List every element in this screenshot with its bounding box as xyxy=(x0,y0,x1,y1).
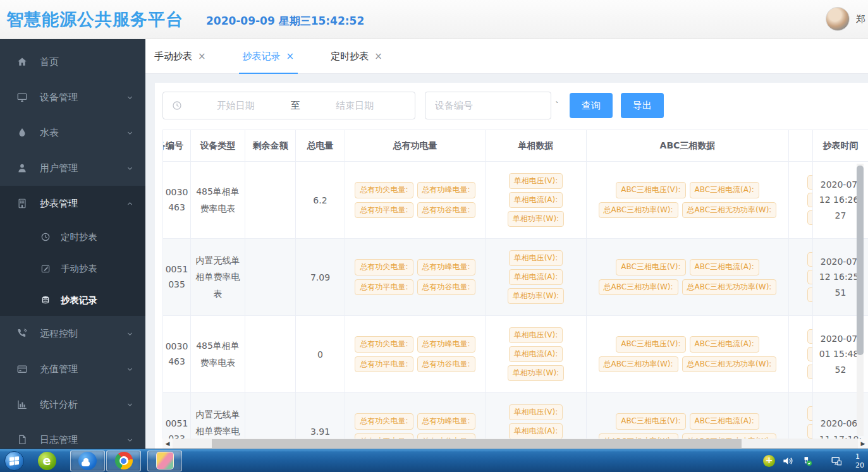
sidebar-item-scheduled-reading[interactable]: 定时抄表 xyxy=(0,221,145,253)
data-tag: 总ABC三相功率(W): xyxy=(599,202,678,218)
data-tag: ABC三相电流(A): xyxy=(690,413,759,429)
tab-close-icon[interactable]: × xyxy=(198,51,206,62)
tab-reading-records[interactable]: 抄表记录× xyxy=(239,39,298,73)
tab-scheduled-reading[interactable]: 定时抄表× xyxy=(327,39,386,73)
export-button[interactable]: 导出 xyxy=(621,93,664,118)
home-icon xyxy=(16,56,28,68)
sidebar-item-label: 定时抄表 xyxy=(61,231,97,243)
data-tag: ABC三相电压(V): xyxy=(616,413,685,429)
sidebar-item-home[interactable]: 首页 xyxy=(0,44,145,80)
sidebar-item-recharge-management[interactable]: 充值管理 xyxy=(0,351,145,387)
data-tag: 总有功平电量: xyxy=(355,433,413,439)
data-tag: 总ABC三相无功功率(W): xyxy=(682,356,777,372)
sidebar-item-manual-reading[interactable]: 手动抄表 xyxy=(0,253,145,284)
column-header-total-energy: 总电量 xyxy=(296,130,345,162)
data-tag: 总ABC三相功率(W): xyxy=(599,433,678,439)
tab-manual-reading[interactable]: 手动抄表× xyxy=(150,39,210,73)
card-icon xyxy=(16,363,28,375)
sidebar-item-meter-reading-management[interactable]: 抄表管理 xyxy=(0,186,145,221)
network-icon[interactable] xyxy=(830,455,842,467)
column-header-reading-time: 抄表时间 xyxy=(813,130,868,162)
tab-label: 抄表记录 xyxy=(243,51,281,63)
cell-device-type: 内置无线单相单费率电表 xyxy=(191,393,245,439)
column-header-device-type: 设备类型 xyxy=(191,130,245,162)
data-tag: ABC三相电压(V): xyxy=(616,259,685,275)
column-header-balance: 剩余金额 xyxy=(245,130,296,162)
data-tag: 总有功谷电量: xyxy=(417,356,475,372)
cell-total-energy: 0 xyxy=(296,316,345,393)
usb-device-icon[interactable] xyxy=(801,455,813,467)
stray-mark: ` xyxy=(555,100,561,111)
vertical-scrollbar[interactable] xyxy=(857,164,864,436)
chevron-down-icon xyxy=(126,436,134,444)
tab-label: 手动抄表 xyxy=(154,51,192,63)
sidebar-item-statistics[interactable]: 统计分析 xyxy=(0,387,145,422)
cell-device-no: 0030463 xyxy=(163,316,191,393)
end-date-input[interactable] xyxy=(304,100,406,111)
cell-clipped xyxy=(789,316,813,393)
sidebar-item-log-management[interactable]: 日志管理 xyxy=(0,422,145,449)
data-tag: 总有功尖电量: xyxy=(355,413,413,429)
data-tag: 单相电流(A): xyxy=(509,192,563,208)
tab-bar: 手动抄表×抄表记录×定时抄表× xyxy=(145,39,868,74)
user-box[interactable]: 郑 xyxy=(826,7,868,31)
bar-chart-icon xyxy=(16,399,28,410)
cell-abc-three-phase: ABC三相电压(V):ABC三相电流(A):总ABC三相功率(W):总ABC三相… xyxy=(587,393,789,439)
query-button[interactable]: 查询 xyxy=(570,93,613,118)
horizontal-scrollbar[interactable]: ◀ ▶ xyxy=(162,439,868,449)
content-card: 至 ` 查询 导出 备编号设备类型剩余金额总电量总有功电量单相数据ABC三相数据… xyxy=(155,83,868,449)
sidebar-item-label: 水表 xyxy=(40,127,126,139)
chevron-down-icon xyxy=(126,401,134,409)
taskbar-photos-icon[interactable] xyxy=(147,451,182,471)
data-tag: 单相功率(W): xyxy=(508,365,564,381)
data-tag: 总ABC三相功率(W): xyxy=(599,279,678,295)
sidebar-item-user-management[interactable]: 用户管理 xyxy=(0,150,145,186)
v-scroll-thumb[interactable] xyxy=(857,166,864,355)
taskbar-browser-360-icon[interactable]: e xyxy=(33,449,61,472)
username[interactable]: 郑 xyxy=(856,13,868,25)
device-no-input[interactable] xyxy=(425,92,551,119)
table-viewport: 备编号设备类型剩余金额总电量总有功电量单相数据ABC三相数据抄表时间003046… xyxy=(162,130,868,439)
tab-label: 定时抄表 xyxy=(331,51,369,63)
sidebar-item-reading-records[interactable]: 抄表记录 xyxy=(0,284,145,316)
avatar[interactable] xyxy=(826,7,850,31)
data-tag: 单相电压(V): xyxy=(509,173,563,189)
column-header-abc-three-phase: ABC三相数据 xyxy=(587,130,789,162)
app-header: 智慧能源公共服务平台 2020-09-09 星期三15:42:52 郑 xyxy=(0,0,868,39)
data-tag: 总有功峰电量: xyxy=(417,413,475,429)
cell-single-phase: 单相电压(V):单相电流(A):单相功率(W): xyxy=(486,393,587,439)
cell-total-active-energy: 总有功尖电量:总有功峰电量:总有功平电量:总有功谷电量: xyxy=(345,393,486,439)
tab-close-icon[interactable]: × xyxy=(286,51,295,62)
sidebar-item-water-meter[interactable]: 水表 xyxy=(0,115,145,150)
cell-balance xyxy=(245,316,296,393)
start-button[interactable] xyxy=(4,451,24,471)
table-row: 0051035内置无线单相单费率电表7.09总有功尖电量:总有功峰电量:总有功平… xyxy=(163,239,868,316)
chevron-down-icon xyxy=(126,129,134,137)
scroll-right-arrow-icon[interactable]: ▶ xyxy=(858,440,868,447)
start-date-input[interactable] xyxy=(185,100,287,111)
tab-close-icon[interactable]: × xyxy=(374,51,382,62)
h-scroll-thumb[interactable] xyxy=(212,439,742,448)
cell-device-no: 0051033 xyxy=(163,393,191,439)
data-tag: ABC三相电流(A): xyxy=(690,336,759,352)
volume-icon[interactable] xyxy=(782,455,794,467)
screen: 智慧能源公共服务平台 2020-09-09 星期三15:42:52 郑 首页设备… xyxy=(0,0,868,472)
data-tag: 单相电流(A): xyxy=(509,346,563,362)
date-range-separator: 至 xyxy=(287,100,304,112)
sidebar-item-label: 抄表管理 xyxy=(40,198,126,210)
scroll-left-arrow-icon[interactable]: ◀ xyxy=(162,440,173,447)
sidebar-item-device-management[interactable]: 设备管理 xyxy=(0,80,145,115)
sidebar-item-label: 设备管理 xyxy=(40,92,126,104)
tray-360-safety-icon[interactable]: + xyxy=(763,455,775,467)
data-tag: 总有功尖电量: xyxy=(355,336,413,352)
date-range-picker[interactable]: 至 xyxy=(162,92,415,119)
chevron-down-icon xyxy=(126,164,134,172)
taskbar-chrome-icon[interactable] xyxy=(106,451,141,471)
data-tag: 总有功谷电量: xyxy=(417,433,475,439)
sidebar-item-label: 日志管理 xyxy=(40,434,126,446)
taskbar-qq-browser-icon[interactable] xyxy=(70,451,105,471)
h-scroll-track[interactable] xyxy=(173,439,858,449)
taskbar-clock[interactable]: 1 20 xyxy=(855,452,868,470)
sidebar-item-remote-control[interactable]: 远程控制 xyxy=(0,316,145,351)
phone-icon xyxy=(16,328,28,339)
